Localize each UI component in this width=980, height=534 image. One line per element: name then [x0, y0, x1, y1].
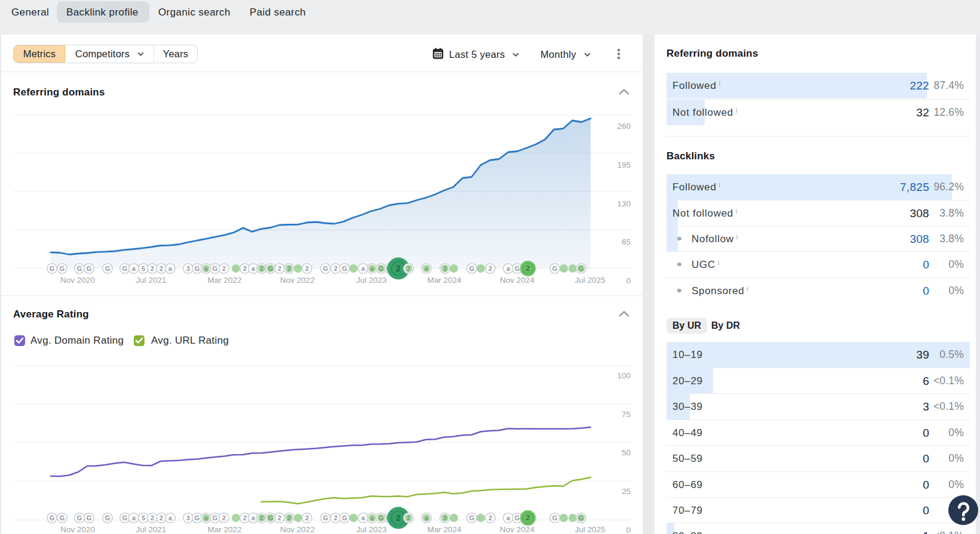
svg-text:Mar 2024: Mar 2024 — [427, 276, 462, 285]
svg-text:2: 2 — [526, 264, 530, 273]
svg-text:G: G — [515, 514, 520, 521]
svg-text:75: 75 — [622, 410, 631, 419]
svg-text:Jul 2023: Jul 2023 — [356, 276, 386, 285]
svg-text:a: a — [132, 265, 136, 272]
svg-text:Nov 2022: Nov 2022 — [280, 525, 315, 534]
svg-text:a: a — [370, 265, 374, 272]
svg-text:G: G — [515, 265, 520, 272]
svg-text:25: 25 — [622, 487, 631, 496]
svg-text:3: 3 — [443, 514, 447, 521]
svg-text:100: 100 — [617, 371, 631, 380]
svg-text:G: G — [122, 265, 128, 272]
svg-text:G: G — [122, 514, 128, 521]
svg-text:0: 0 — [626, 526, 631, 534]
svg-text:260: 260 — [617, 122, 631, 131]
svg-text:2: 2 — [489, 514, 492, 521]
svg-text:2: 2 — [396, 513, 401, 523]
svg-text:G: G — [87, 265, 92, 272]
svg-text:Jul 2021: Jul 2021 — [136, 525, 166, 534]
svg-text:G: G — [552, 514, 558, 521]
svg-text:G: G — [342, 514, 348, 521]
svg-text:195: 195 — [617, 160, 631, 169]
svg-text:2: 2 — [407, 514, 410, 521]
svg-text:a: a — [425, 265, 429, 272]
svg-text:G: G — [379, 514, 384, 521]
svg-text:2: 2 — [526, 514, 530, 522]
svg-text:0: 0 — [626, 276, 631, 285]
svg-text:a: a — [361, 514, 365, 521]
svg-text:3: 3 — [186, 514, 190, 521]
svg-text:G: G — [323, 514, 328, 521]
svg-text:130: 130 — [617, 199, 631, 208]
svg-text:G: G — [213, 265, 218, 272]
svg-text:Nov 2022: Nov 2022 — [280, 276, 315, 285]
svg-text:50: 50 — [622, 448, 631, 457]
svg-text:2: 2 — [150, 265, 154, 272]
svg-text:Nov 2020: Nov 2020 — [60, 525, 95, 534]
svg-text:Mar 2022: Mar 2022 — [207, 525, 241, 534]
svg-text:G: G — [105, 265, 110, 272]
svg-text:G: G — [469, 265, 475, 272]
svg-text:a: a — [168, 265, 173, 272]
svg-text:2: 2 — [159, 265, 163, 272]
svg-text:a: a — [506, 265, 511, 272]
svg-text:2: 2 — [150, 514, 154, 521]
svg-text:3: 3 — [443, 265, 447, 272]
svg-text:65: 65 — [622, 237, 631, 246]
svg-text:G: G — [579, 265, 584, 272]
svg-text:a: a — [506, 514, 511, 521]
svg-text:G: G — [552, 265, 558, 272]
svg-text:2: 2 — [287, 265, 291, 272]
svg-text:a: a — [168, 514, 173, 521]
svg-text:2: 2 — [334, 265, 337, 272]
svg-text:G: G — [579, 514, 584, 521]
svg-text:2: 2 — [396, 264, 401, 273]
svg-text:2: 2 — [305, 514, 309, 521]
svg-text:G: G — [268, 265, 274, 272]
svg-text:G: G — [50, 265, 55, 272]
svg-text:G: G — [268, 514, 274, 521]
svg-text:a: a — [132, 514, 136, 521]
svg-text:a: a — [251, 514, 256, 521]
svg-text:a: a — [361, 265, 365, 272]
svg-text:5: 5 — [142, 265, 145, 272]
svg-text:G: G — [195, 265, 200, 272]
svg-text:Jul 2023: Jul 2023 — [356, 525, 386, 534]
svg-text:G: G — [323, 265, 328, 272]
svg-text:G: G — [77, 265, 82, 272]
svg-text:G: G — [469, 514, 475, 521]
svg-text:Nov 2024: Nov 2024 — [500, 525, 534, 534]
svg-text:a: a — [251, 265, 256, 272]
svg-text:G: G — [105, 514, 110, 521]
svg-text:3: 3 — [186, 265, 190, 272]
svg-text:a: a — [425, 514, 429, 521]
svg-text:2: 2 — [222, 514, 226, 521]
svg-text:2: 2 — [287, 514, 291, 521]
svg-text:a: a — [370, 514, 374, 521]
svg-text:2: 2 — [278, 265, 281, 272]
svg-text:Jul 2025: Jul 2025 — [575, 276, 605, 285]
svg-text:2: 2 — [260, 514, 263, 521]
svg-text:Nov 2024: Nov 2024 — [500, 276, 534, 285]
svg-text:G: G — [213, 514, 218, 521]
svg-text:Jul 2025: Jul 2025 — [575, 525, 605, 534]
svg-text:G: G — [87, 514, 92, 521]
svg-text:2: 2 — [334, 514, 337, 521]
svg-text:a: a — [204, 265, 208, 272]
svg-text:2: 2 — [489, 265, 492, 272]
svg-text:2: 2 — [159, 514, 163, 521]
svg-text:2: 2 — [243, 265, 247, 272]
svg-text:G: G — [77, 514, 82, 521]
svg-text:Nov 2020: Nov 2020 — [60, 276, 95, 285]
svg-text:G: G — [195, 514, 200, 521]
svg-text:Mar 2024: Mar 2024 — [427, 525, 462, 534]
svg-text:2: 2 — [243, 514, 247, 521]
svg-text:G: G — [60, 514, 65, 521]
svg-text:G: G — [379, 265, 384, 272]
svg-text:a: a — [204, 514, 208, 521]
svg-text:2: 2 — [260, 265, 263, 272]
svg-text:2: 2 — [222, 265, 226, 272]
svg-text:G: G — [342, 265, 348, 272]
svg-text:2: 2 — [278, 514, 281, 521]
svg-text:Mar 2022: Mar 2022 — [207, 276, 241, 285]
